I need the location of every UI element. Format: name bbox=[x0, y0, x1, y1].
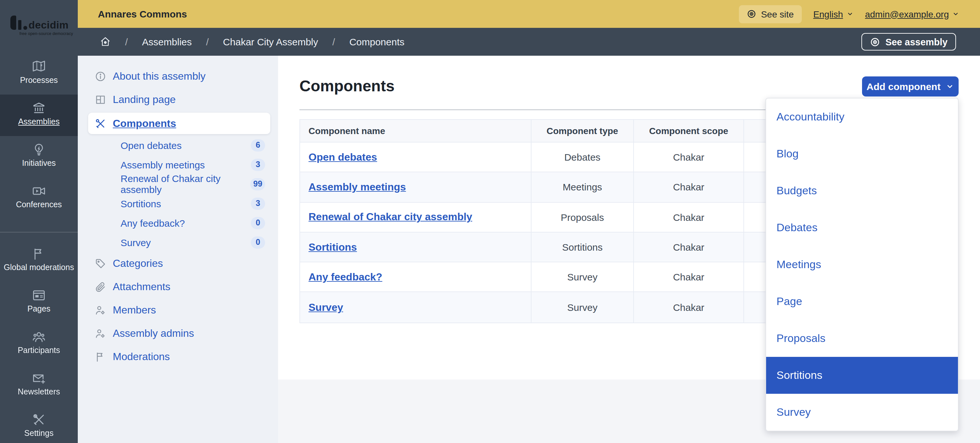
sidebar-item-components[interactable]: Components bbox=[88, 113, 270, 134]
paperclip-icon bbox=[95, 281, 106, 293]
dropdown-item-proposals[interactable]: Proposals bbox=[766, 320, 958, 357]
top-bar: Annares Commons See site English admin@e… bbox=[78, 0, 980, 28]
sidebar-item-landing-page[interactable]: Landing page bbox=[78, 88, 278, 111]
eye-icon bbox=[747, 9, 756, 19]
sidebar-item-label: Settings bbox=[24, 429, 54, 438]
sidebar-item-assembly-admins[interactable]: Assembly admins bbox=[78, 322, 278, 345]
sidebar-item-any-feedback[interactable]: Any feedback? 0 bbox=[78, 213, 278, 232]
chevron-down-icon bbox=[952, 10, 959, 17]
add-component-label: Add component bbox=[867, 81, 940, 92]
tools-icon bbox=[32, 413, 46, 427]
people-icon bbox=[32, 330, 46, 344]
sidebar-item-categories[interactable]: Categories bbox=[78, 252, 278, 275]
dropdown-item-page[interactable]: Page bbox=[766, 283, 958, 320]
component-name-link[interactable]: Any feedback? bbox=[309, 272, 382, 283]
column-header-component-name: Component name bbox=[300, 120, 531, 143]
component-type-cell: Proposals bbox=[531, 202, 634, 232]
dropdown-item-meetings[interactable]: Meetings bbox=[766, 246, 958, 283]
count-badge: 99 bbox=[250, 178, 265, 190]
home-icon[interactable] bbox=[100, 36, 111, 47]
count-badge: 0 bbox=[251, 236, 265, 248]
sidebar-item-processes[interactable]: Processes bbox=[0, 53, 78, 95]
dropdown-item-accountability[interactable]: Accountability bbox=[766, 98, 958, 135]
column-header-component-scope: Component scope bbox=[634, 120, 744, 143]
sidebar-item-pages[interactable]: Pages bbox=[0, 282, 78, 323]
component-link-label: Open debates bbox=[121, 140, 182, 151]
sidebar-item-global-moderations[interactable]: Global moderations bbox=[0, 240, 78, 282]
user-gear-icon bbox=[95, 305, 106, 316]
breadcrumb-separator: / bbox=[332, 36, 335, 47]
sidebar-item-label: Members bbox=[113, 305, 156, 316]
chevron-down-icon bbox=[846, 10, 853, 17]
sidebar-item-members[interactable]: Members bbox=[78, 299, 278, 322]
sidebar-item-assemblies[interactable]: Assemblies bbox=[0, 95, 78, 136]
sidebar-item-moderations[interactable]: Moderations bbox=[78, 345, 278, 368]
component-name-link[interactable]: Open debates bbox=[309, 151, 377, 163]
sidebar-item-label: Categories bbox=[113, 258, 163, 270]
sidebar-item-attachments[interactable]: Attachments bbox=[78, 275, 278, 299]
component-link-label: Sortitions bbox=[121, 198, 161, 209]
sidebar-item-assembly-meetings[interactable]: Assembly meetings 3 bbox=[78, 155, 278, 174]
flag-icon bbox=[32, 247, 46, 261]
flag-icon bbox=[95, 351, 106, 363]
breadcrumb-assemblies[interactable]: Assemblies bbox=[142, 36, 191, 47]
see-assembly-label: See assembly bbox=[885, 37, 948, 47]
sidebar-item-about-this-assembly[interactable]: About this assembly bbox=[78, 65, 278, 88]
count-badge: 6 bbox=[251, 139, 265, 151]
component-scope-cell: Chakar bbox=[634, 232, 744, 263]
column-header-component-type: Component type bbox=[531, 120, 634, 143]
breadcrumb-components[interactable]: Components bbox=[349, 36, 404, 47]
component-scope-cell: Chakar bbox=[634, 292, 744, 322]
map-icon bbox=[32, 60, 46, 74]
dropdown-item-survey[interactable]: Survey bbox=[766, 394, 958, 431]
user-menu[interactable]: admin@example.org bbox=[865, 9, 959, 19]
sidebar-item-survey[interactable]: Survey 0 bbox=[78, 232, 278, 252]
see-assembly-button[interactable]: See assembly bbox=[861, 33, 956, 51]
user-email: admin@example.org bbox=[865, 9, 949, 19]
tools-icon bbox=[95, 117, 106, 129]
sidebar-item-renewal-of-chakar-city-assembly[interactable]: Renewal of Chakar city assembly 99 bbox=[78, 174, 278, 194]
lightbulb-icon bbox=[32, 143, 46, 157]
sidebar-item-initiatives[interactable]: Initiatives bbox=[0, 136, 78, 178]
sidebar-item-label: Initiatives bbox=[22, 159, 56, 168]
mail-plus-icon bbox=[32, 371, 46, 385]
main-sidebar: decidim free open-source democracy Proce… bbox=[0, 0, 78, 443]
browser-icon bbox=[32, 288, 46, 302]
breadcrumb-chakar-city-assembly[interactable]: Chakar City Assembly bbox=[223, 36, 318, 47]
see-site-label: See site bbox=[761, 9, 794, 19]
sidebar-item-open-debates[interactable]: Open debates 6 bbox=[78, 135, 278, 155]
sidebar-item-label: Landing page bbox=[113, 94, 176, 106]
component-name-link[interactable]: Survey bbox=[309, 302, 343, 313]
sidebar-item-participants[interactable]: Participants bbox=[0, 323, 78, 365]
breadcrumb-separator: / bbox=[125, 36, 128, 47]
sidebar-item-settings[interactable]: Settings bbox=[0, 406, 78, 443]
component-name-link[interactable]: Sortitions bbox=[309, 241, 357, 253]
dropdown-item-blog[interactable]: Blog bbox=[766, 135, 958, 172]
page-title: Components bbox=[299, 77, 395, 95]
sidebar-item-conferences[interactable]: Conferences bbox=[0, 178, 78, 219]
component-scope-cell: Chakar bbox=[634, 173, 744, 203]
see-site-button[interactable]: See site bbox=[739, 5, 802, 23]
sidebar-item-label: Moderations bbox=[113, 351, 170, 363]
component-link-label: Any feedback? bbox=[121, 217, 185, 228]
sidebar-item-newsletters[interactable]: Newsletters bbox=[0, 365, 78, 406]
dropdown-item-sortitions[interactable]: Sortitions bbox=[766, 357, 958, 394]
breadcrumb: / Assemblies / Chakar City Assembly / Co… bbox=[100, 36, 404, 47]
sidebar-item-label: Newsletters bbox=[18, 387, 60, 396]
sidebar-item-label: Assembly admins bbox=[113, 328, 194, 339]
add-component-button[interactable]: Add component bbox=[862, 76, 959, 97]
dropdown-item-budgets[interactable]: Budgets bbox=[766, 172, 958, 209]
organization-title: Annares Commons bbox=[98, 8, 187, 19]
sidebar-item-label: Attachments bbox=[113, 281, 170, 293]
dropdown-item-debates[interactable]: Debates bbox=[766, 209, 958, 246]
decidim-logo[interactable]: decidim free open-source democracy bbox=[10, 16, 72, 36]
sidebar-item-sortitions[interactable]: Sortitions 3 bbox=[78, 194, 278, 213]
component-scope-cell: Chakar bbox=[634, 202, 744, 232]
component-name-link[interactable]: Assembly meetings bbox=[309, 181, 406, 193]
breadcrumb-bar: / Assemblies / Chakar City Assembly / Co… bbox=[78, 28, 980, 56]
component-name-link[interactable]: Renewal of Chakar city assembly bbox=[309, 211, 472, 223]
breadcrumb-separator: / bbox=[206, 36, 209, 47]
sidebar-item-label: Processes bbox=[20, 76, 58, 85]
decidim-logo-mark bbox=[10, 16, 27, 30]
language-selector[interactable]: English bbox=[813, 9, 853, 19]
